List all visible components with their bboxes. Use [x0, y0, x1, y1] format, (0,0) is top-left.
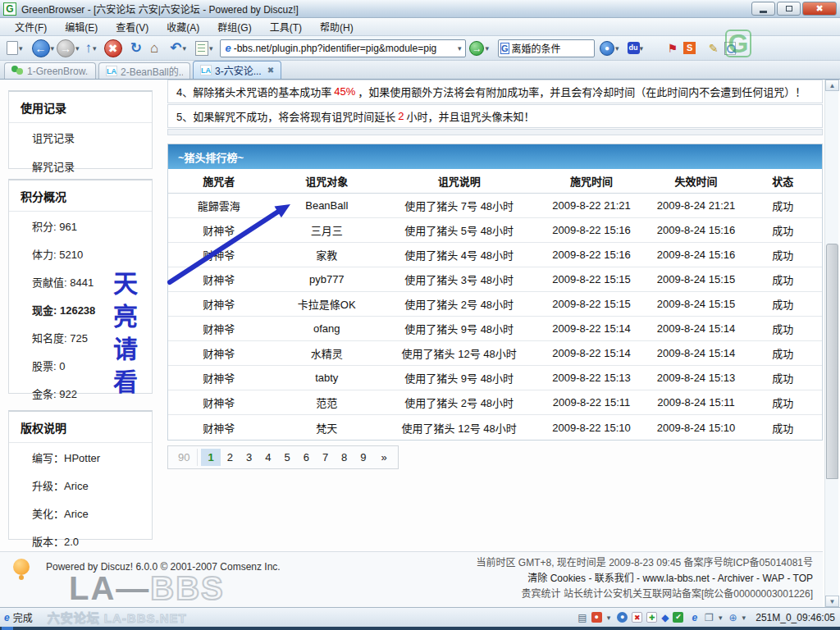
- pagination-page-8[interactable]: 8: [335, 449, 354, 466]
- zoom-dropdown-icon[interactable]: ▾: [742, 614, 746, 622]
- handwritten-annotation: 天亮请看: [105, 271, 141, 402]
- block-status-icon[interactable]: ●: [591, 612, 602, 623]
- sidebar-link-curse-records[interactable]: 诅咒记录: [9, 123, 152, 152]
- websearch-dropdown-icon[interactable]: ▾: [615, 44, 619, 52]
- header-cast-time: 施咒时间: [534, 173, 648, 189]
- stop-button[interactable]: ✖: [104, 39, 122, 57]
- globe-status-icon[interactable]: ●: [617, 612, 628, 623]
- search-input[interactable]: [512, 43, 639, 54]
- menu-file[interactable]: 文件(F): [7, 18, 55, 35]
- sidebar-usage-title: 使用记录: [9, 92, 152, 123]
- form-dropdown-icon[interactable]: ▾: [209, 44, 213, 52]
- baidu-icon[interactable]: du: [628, 42, 640, 54]
- undo-dropdown-icon[interactable]: ▾: [182, 44, 186, 52]
- menu-groups[interactable]: 群组(G): [209, 18, 259, 35]
- flag-icon[interactable]: ⚑: [668, 42, 678, 55]
- pagination-page-9[interactable]: 9: [354, 449, 372, 466]
- forward-dropdown-icon[interactable]: ▾: [75, 44, 80, 52]
- sidebar-score-title: 积分概况: [9, 180, 152, 212]
- browser-window: G GreenBrowser - [六安论坛 六安|六安论坛 - Powered…: [0, 0, 840, 630]
- search-dropdown-icon[interactable]: ▾: [640, 44, 644, 52]
- menu-favorites[interactable]: 收藏(A): [158, 18, 208, 35]
- up-dropdown-icon[interactable]: ▾: [93, 44, 97, 52]
- menu-edit[interactable]: 编辑(E): [57, 18, 106, 35]
- new-page-icon[interactable]: [7, 41, 18, 55]
- table-row: 财神爷水精灵使用了猪头 12号 48小时2009-8-22 15:142009-…: [168, 341, 822, 366]
- pagination-page-7[interactable]: 7: [316, 449, 335, 466]
- address-input[interactable]: [234, 43, 457, 54]
- block-page-icon[interactable]: ✖: [632, 612, 642, 623]
- menu-tools[interactable]: 工具(T): [262, 18, 310, 35]
- menu-bar: 文件(F) 编辑(E) 查看(V) 收藏(A) 群组(G) 工具(T) 帮助(H…: [0, 18, 840, 36]
- address-dropdown-icon[interactable]: ▾: [458, 44, 462, 52]
- notes-status-icon[interactable]: ▤: [578, 612, 587, 623]
- tab-2-beanball[interactable]: LA 2-BeanBall的...: [98, 62, 190, 79]
- close-button[interactable]: ✖: [802, 2, 837, 16]
- tab-3-luan-forum[interactable]: LA 3-六安论... ✖: [193, 61, 281, 79]
- back-button[interactable]: ←: [32, 39, 50, 57]
- home-button[interactable]: ⌂: [150, 40, 158, 57]
- sidebar-link-uncurse-records[interactable]: 解咒记录: [9, 152, 152, 180]
- rule-note-5: 5、如果解咒不成功，将会将现有诅咒时间延长 2 小时，并且诅咒头像未知！: [167, 104, 823, 128]
- tab-close-icon[interactable]: ✖: [267, 66, 274, 75]
- refresh-button[interactable]: ↻: [130, 39, 142, 57]
- taskbar-edge: [0, 627, 840, 630]
- undo-close-button[interactable]: ↶: [170, 39, 181, 57]
- pagination-next[interactable]: »: [373, 449, 395, 466]
- table-row: 财神爷ofang使用了猪头 9号 48小时2009-8-22 15:142009…: [168, 317, 822, 341]
- security-check-icon[interactable]: ✔: [673, 612, 683, 623]
- comsenz-bulb-icon: [13, 559, 30, 580]
- vertical-scrollbar[interactable]: ▲ ▼: [824, 80, 838, 607]
- search-box: G ▾: [498, 39, 595, 57]
- ie-engine-icon[interactable]: e: [692, 612, 697, 623]
- memory-time-indicator: 251M_0_09:46:05: [756, 612, 835, 623]
- pagination-page-3[interactable]: 3: [240, 449, 258, 466]
- copy-dropdown-icon[interactable]: ▾: [719, 614, 723, 622]
- address-bar: e ▾: [220, 39, 466, 57]
- up-button[interactable]: ↑: [85, 40, 93, 57]
- kite-status-icon[interactable]: ◆: [661, 612, 669, 623]
- header-expire-time: 失效时间: [649, 173, 744, 189]
- status-dropdown-icon[interactable]: ▾: [607, 614, 611, 622]
- highlight-pen-icon[interactable]: ✎: [709, 42, 719, 55]
- toolbar: ▾ ← ▾ → ▾ ↑ ▾ ✖ ↻ ⌂ ↶ ▾ ▾ e ▾ → ▾ G ▾ ● …: [0, 36, 840, 61]
- new-page-dropdown-icon[interactable]: ▾: [19, 44, 23, 52]
- pagination-page-5[interactable]: 5: [277, 449, 296, 466]
- pagination-page-4[interactable]: 4: [258, 449, 277, 466]
- pagination-page-6[interactable]: 6: [297, 449, 316, 466]
- minimize-button[interactable]: [751, 2, 775, 16]
- scroll-down-icon[interactable]: ▼: [825, 596, 839, 607]
- la-bbs-watermark: 六安论坛 LA-BBS.NET: [48, 609, 187, 626]
- go-dropdown-icon[interactable]: ▾: [485, 44, 489, 52]
- pagination-current-page[interactable]: 1: [201, 449, 220, 466]
- forum-footer: Powered by Discuz! 6.0.0 © 2001-2007 Com…: [0, 551, 823, 607]
- table-row: 财神爷梵天使用了猪头 12号 48小时2009-8-22 15:102009-8…: [168, 415, 822, 440]
- la-bbs-logo: LA—BBS: [69, 570, 225, 607]
- sidebar-copyright-box: 版权说明 编写：HPotter 升级：Arice 美化：Arice 版本：2.0: [8, 410, 153, 540]
- tab-1-greenbrowser[interactable]: 1-GreenBrow...: [4, 62, 96, 79]
- menu-view[interactable]: 查看(V): [107, 18, 157, 35]
- form-fill-icon[interactable]: [195, 41, 208, 56]
- scrollbar-thumb[interactable]: [826, 244, 838, 479]
- allow-page-icon[interactable]: ✚: [646, 612, 657, 623]
- status-bar: e 完成 六安论坛 LA-BBS.NET ▤ ● ▾ ● ✖ ✚ ◆ ✔ e ❐…: [0, 607, 840, 627]
- copy-status-icon[interactable]: ❐: [705, 612, 714, 623]
- forward-button[interactable]: →: [57, 39, 75, 57]
- pagination-total: 90: [171, 449, 198, 466]
- sogou-icon[interactable]: S: [683, 42, 696, 54]
- ie-status-icon: e: [4, 612, 10, 623]
- back-dropdown-icon[interactable]: ▾: [51, 44, 55, 52]
- restore-button[interactable]: [777, 2, 801, 16]
- pagination-page-2[interactable]: 2: [221, 449, 240, 466]
- web-search-button[interactable]: ●: [600, 41, 614, 56]
- menu-help[interactable]: 帮助(H): [312, 18, 362, 35]
- go-button[interactable]: →: [469, 41, 484, 56]
- scroll-up-icon[interactable]: ▲: [825, 80, 839, 91]
- refresh-icon: ↻: [130, 39, 142, 57]
- footer-links-line[interactable]: 清除 Cookies - 联系我们 - www.la-bbs.net - Arc…: [477, 571, 813, 587]
- annotation-arrow: [164, 199, 300, 290]
- globe-icon: ●: [605, 43, 609, 52]
- table-row: 财神爷卡拉是條OK使用了猪头 2号 48小时2009-8-22 15:15200…: [168, 292, 822, 317]
- zoom-status-icon[interactable]: ⊕: [728, 612, 737, 623]
- pagination: 90 1 2 3 4 5 6 7 8 9 »: [167, 445, 399, 469]
